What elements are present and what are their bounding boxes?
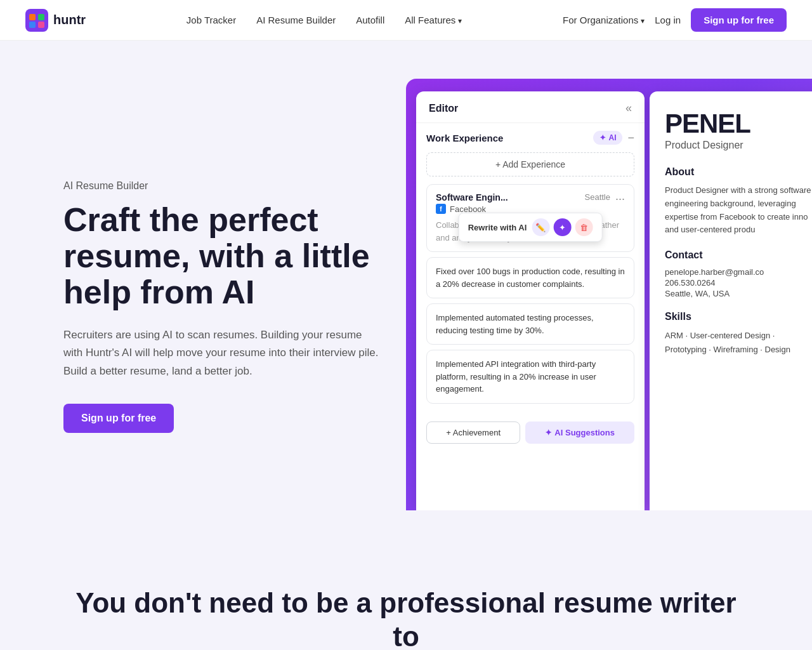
resume-contact-title: Contact — [665, 249, 812, 261]
rewrite-label: Rewrite with AI — [468, 223, 527, 232]
hero-subtitle: AI Resume Builder — [63, 180, 381, 192]
experience-card: Software Engin... f Facebook Seattle ··· — [426, 184, 634, 252]
exp-info: Software Engin... f Facebook — [436, 192, 508, 214]
exp-card-header: Software Engin... f Facebook Seattle ··· — [436, 192, 625, 214]
exp-location: Seattle — [585, 192, 610, 202]
editor-title: Editor — [429, 103, 458, 114]
rewrite-tooltip: Rewrite with AI ✏️ ✦ 🗑 — [459, 213, 603, 242]
bullet-card-2: Implemented automated testing processes,… — [426, 303, 634, 345]
delete-button[interactable]: 🗑 — [575, 218, 593, 236]
ai-badge: ✦ AI — [593, 131, 622, 145]
logo-text: huntr — [53, 13, 86, 27]
ai-rewrite-button[interactable]: ✦ — [553, 218, 571, 236]
hero-description: Recruiters are using AI to scan resumes.… — [63, 326, 381, 381]
svg-rect-0 — [25, 9, 48, 32]
resume-role: Product Designer — [665, 140, 812, 151]
resume-about-text: Product Designer with a strong software … — [665, 184, 812, 237]
bullet-card-1: Fixed over 100 bugs in production code, … — [426, 257, 634, 298]
nav-job-tracker[interactable]: Job Tracker — [179, 10, 244, 30]
resume-skills-title: Skills — [665, 311, 812, 322]
editor-header: Editor « — [416, 91, 645, 123]
work-experience-section: Work Experience ✦ AI − + Add Experience — [416, 123, 645, 416]
svg-rect-4 — [38, 22, 44, 28]
hero-left: AI Resume Builder Craft the perfect resu… — [63, 91, 381, 433]
rewrite-actions: ✏️ ✦ 🗑 — [532, 218, 593, 236]
nav-autofill[interactable]: Autofill — [348, 10, 392, 30]
for-orgs-chevron-icon — [641, 15, 645, 25]
navbar: huntr Job Tracker AI Resume Builder Auto… — [0, 0, 812, 41]
exp-job-title: Software Engin... — [436, 192, 508, 202]
resume-about-title: About — [665, 166, 812, 178]
ai-sparkle-icon: ✦ — [599, 133, 606, 142]
svg-rect-3 — [29, 22, 36, 28]
svg-rect-2 — [38, 14, 44, 20]
mockup-container: Editor « Work Experience ✦ AI − — [406, 79, 812, 510]
edit-button[interactable]: ✏️ — [532, 218, 549, 236]
nav-signup-button[interactable]: Sign up for free — [691, 8, 787, 32]
exp-more-options-button[interactable]: ··· — [615, 192, 625, 206]
nav-right: For Organizations Log in Sign up for fre… — [563, 8, 787, 32]
bullet-card-3: Implemented API integration with third-p… — [426, 350, 634, 404]
resume-name: PENEL — [665, 110, 812, 137]
hero-section: AI Resume Builder Craft the perfect resu… — [0, 41, 812, 548]
resume-address: Seattle, WA, USA — [665, 289, 812, 298]
all-features-chevron-icon — [458, 15, 462, 25]
logo[interactable]: huntr — [25, 9, 86, 32]
add-achievement-button[interactable]: + Achievement — [426, 421, 520, 444]
nav-ai-resume-builder[interactable]: AI Resume Builder — [249, 10, 343, 30]
work-exp-title: Work Experience — [426, 133, 503, 143]
collapse-editor-button[interactable]: « — [625, 102, 632, 115]
facebook-icon: f — [436, 204, 446, 214]
bottom-title: You don't need to be a professional resu… — [63, 587, 749, 650]
exp-bottom-buttons: + Achievement ✦ AI Suggestions — [416, 416, 645, 454]
work-exp-header: Work Experience ✦ AI − — [426, 131, 634, 145]
work-exp-actions: ✦ AI − — [593, 131, 634, 145]
resume-preview-panel: PENEL Product Designer About Product Des… — [650, 91, 812, 510]
hero-right: Editor « Work Experience ✦ AI − — [406, 79, 812, 510]
huntr-logo-icon — [25, 9, 48, 32]
hero-signup-button[interactable]: Sign up for free — [63, 404, 174, 433]
nav-all-features[interactable]: All Features — [397, 10, 469, 30]
exp-right: Seattle ··· — [585, 192, 625, 206]
ai-suggestions-button[interactable]: ✦ AI Suggestions — [525, 421, 634, 444]
ai-suggestions-icon: ✦ — [545, 428, 552, 437]
resume-phone: 206.530.0264 — [665, 278, 812, 288]
hero-title: Craft the perfect resume, with a little … — [63, 202, 381, 311]
collapse-section-button[interactable]: − — [627, 131, 634, 145]
nav-login[interactable]: Log in — [655, 15, 681, 25]
add-experience-button[interactable]: + Add Experience — [426, 152, 634, 176]
bottom-section: You don't need to be a professional resu… — [0, 548, 812, 650]
editor-panel: Editor « Work Experience ✦ AI − — [416, 91, 645, 510]
nav-links: Job Tracker AI Resume Builder Autofill A… — [179, 10, 470, 30]
nav-for-organizations[interactable]: For Organizations — [563, 15, 645, 25]
resume-email: penelope.harber@gmail.co — [665, 267, 812, 277]
svg-rect-1 — [29, 14, 36, 20]
resume-skills-text: ARM · User-centered Design · Prototyping… — [665, 329, 812, 357]
